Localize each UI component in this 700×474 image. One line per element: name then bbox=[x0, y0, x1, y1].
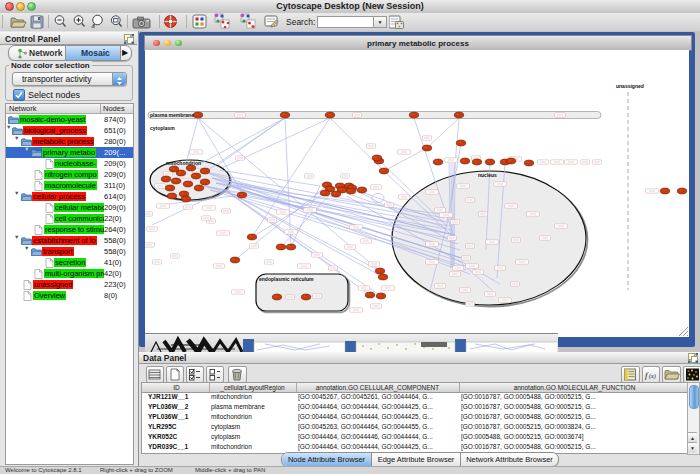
svg-text:nucleus: nucleus bbox=[478, 172, 497, 178]
svg-text:endoplasmic reticulum: endoplasmic reticulum bbox=[259, 276, 314, 282]
svg-text:mitochondrion: mitochondrion bbox=[166, 160, 201, 166]
svg-text:cytoplasm: cytoplasm bbox=[150, 125, 175, 131]
svg-text:unassigned: unassigned bbox=[616, 83, 644, 89]
svg-text:(x): (x) bbox=[649, 373, 656, 380]
svg-text:plasma membrane: plasma membrane bbox=[150, 112, 194, 118]
